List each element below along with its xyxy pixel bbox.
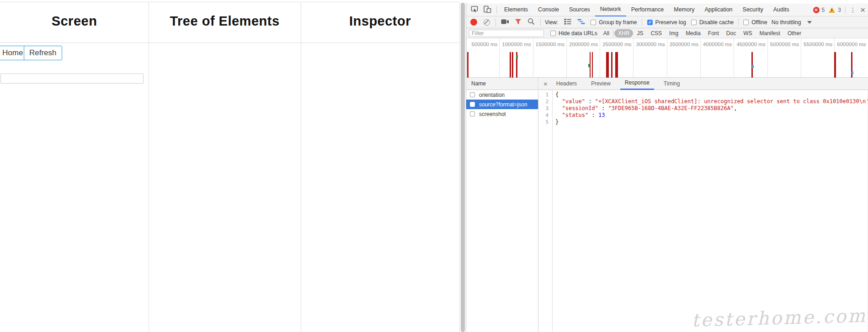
devtools-close-icon[interactable]: × [860,6,865,14]
timeline-tick-label: 2000000 ms [567,38,600,77]
request-row-checkbox[interactable] [470,102,475,107]
timeline-request-bar [592,52,593,78]
warning-badge-icon[interactable] [829,7,835,13]
close-detail-icon[interactable]: × [543,80,548,88]
filter-pill-ws[interactable]: WS [740,29,756,37]
view-list-icon[interactable] [564,18,571,26]
timeline-tick-label: 4000000 ms [701,38,734,77]
offline-label[interactable]: Offline [751,19,767,26]
timeline-request-bar [512,52,513,78]
preserve-log-checkbox[interactable] [647,20,653,25]
tabbar-separator [496,6,497,14]
response-tabs: × Headers Preview Response Timing [539,78,868,90]
request-row-label[interactable]: orientation [479,92,505,98]
request-row-label[interactable]: source?format=json [479,101,527,108]
column-divider-2 [301,2,301,332]
request-row-checkbox[interactable] [470,92,475,97]
request-row-checkbox[interactable] [470,111,475,116]
refresh-button[interactable]: Refresh [24,46,62,60]
timeline-tick-label: 5000000 ms [768,38,801,77]
hide-data-urls-label[interactable]: Hide data URLs [559,30,597,37]
tab-memory[interactable]: Memory [669,4,699,16]
timeline-event-mark [516,55,518,58]
filter-pill-other[interactable]: Other [784,29,805,37]
disable-cache-label[interactable]: Disable cache [699,19,734,26]
throttling-caret-icon[interactable] [807,21,812,24]
filter-pill-img[interactable]: Img [666,29,682,37]
device-toolbar-icon[interactable] [483,5,491,15]
filter-pill-xhr[interactable]: XHR [614,29,633,37]
disable-cache-checkbox[interactable] [691,20,697,25]
toolbar-separator-3 [642,19,642,26]
tab-headers[interactable]: Headers [552,78,581,90]
requests-column: Name orientation source?format=json scre… [466,78,538,332]
column-divider-1 [149,2,149,332]
request-row-label[interactable]: screenshot [479,111,506,117]
timeline-tick-label: 500000 ms [466,38,500,77]
preserve-log-label[interactable]: Preserve log [655,19,686,26]
tab-elements[interactable]: Elements [499,4,533,16]
network-main: Name orientation source?format=json scre… [466,78,868,332]
page-scrollbar[interactable] [459,2,466,332]
devtools-menu-icon[interactable]: ⋮ [850,8,856,12]
filter-pill-js[interactable]: JS [633,29,647,37]
capture-screenshots-icon[interactable] [501,19,509,26]
tab-network[interactable]: Network [595,4,626,16]
timeline-tick-label: 3000000 ms [634,38,667,77]
code-line-1: { [555,91,868,98]
search-icon[interactable] [527,18,535,26]
filter-pill-doc[interactable]: Doc [723,29,740,37]
timeline-request-bar [606,52,609,78]
tab-response[interactable]: Response [620,78,654,90]
network-toolbar: View: Group by frame Preserve log Disabl… [466,16,868,28]
code-line-2: "value" : "+[XCAXClient_iOS sharedClient… [555,98,868,105]
toolbar-separator-4 [738,19,739,26]
filter-pill-css[interactable]: CSS [647,29,666,37]
throttling-select[interactable]: No throttling [772,19,801,26]
request-row-screenshot[interactable]: screenshot [466,109,538,119]
inspect-element-icon[interactable] [471,5,479,15]
timeline-request-bar [611,52,612,78]
network-timeline-overview[interactable]: 500000 ms 1000000 ms 1500000 ms 2000000 … [466,38,868,78]
screen-url-input[interactable] [0,74,144,84]
response-panel: × Headers Preview Response Timing 1 2 3 … [539,78,868,332]
timeline-request-bar [615,52,618,78]
app-top-border [0,2,459,2]
filter-pill-font[interactable]: Font [704,29,723,37]
filter-pill-media[interactable]: Media [682,29,704,37]
filter-pill-all[interactable]: All [600,29,613,37]
response-code[interactable]: { "value" : "+[XCAXClient_iOS sharedClie… [553,90,868,332]
screen-column-title: Screen [0,14,149,29]
timeline-request-bar [467,52,469,78]
line-number: 2 [539,98,552,105]
group-by-frame-checkbox[interactable] [591,20,596,25]
offline-checkbox[interactable] [743,20,749,25]
request-row-source[interactable]: source?format=json [466,100,538,109]
error-count: 5 [822,7,825,13]
toolbar-separator-2 [540,19,541,26]
view-label: View: [545,19,558,26]
tab-preview[interactable]: Preview [586,78,615,90]
requests-name-header[interactable]: Name [466,78,538,90]
hide-data-urls-checkbox[interactable] [550,31,556,36]
clear-requests-button[interactable] [484,19,490,26]
page-scrollbar-thumb[interactable] [461,3,465,332]
tab-application[interactable]: Application [699,4,737,16]
group-by-frame-label[interactable]: Group by frame [599,19,637,26]
tab-security[interactable]: Security [738,4,768,16]
tab-audits[interactable]: Audits [768,4,794,16]
tab-console[interactable]: Console [533,4,564,16]
tab-timing[interactable]: Timing [659,78,685,90]
tab-performance[interactable]: Performance [626,4,669,16]
filter-funnel-icon[interactable] [515,19,522,26]
record-button[interactable] [470,19,477,26]
request-row-orientation[interactable]: orientation [466,90,538,100]
error-badge-icon[interactable]: ✕ [813,7,820,13]
filter-pill-manifest[interactable]: Manifest [756,29,784,37]
line-number: 1 [539,91,552,98]
warning-count: 3 [838,7,841,13]
view-waterfall-icon[interactable] [577,19,585,26]
timeline-event-mark [752,65,754,68]
filter-input[interactable] [469,30,544,37]
tab-sources[interactable]: Sources [564,4,595,16]
